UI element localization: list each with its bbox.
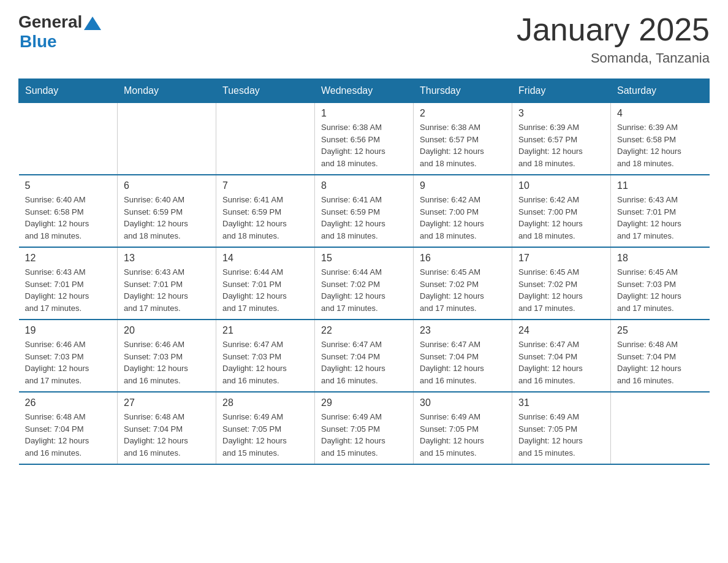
- calendar-cell: 20Sunrise: 6:46 AMSunset: 7:03 PMDayligh…: [118, 320, 216, 392]
- day-number: 14: [222, 253, 308, 264]
- day-number: 16: [420, 253, 506, 264]
- day-number: 28: [222, 397, 308, 408]
- logo-general-text: General: [18, 12, 82, 32]
- day-info: Sunrise: 6:40 AMSunset: 6:59 PMDaylight:…: [124, 194, 210, 242]
- day-info: Sunrise: 6:47 AMSunset: 7:04 PMDaylight:…: [420, 339, 506, 386]
- logo: General Blue: [18, 12, 101, 52]
- day-info: Sunrise: 6:43 AMSunset: 7:01 PMDaylight:…: [124, 266, 210, 314]
- day-header-wednesday: Wednesday: [315, 79, 414, 103]
- day-info: Sunrise: 6:41 AMSunset: 6:59 PMDaylight:…: [222, 194, 308, 242]
- day-number: 9: [420, 180, 506, 191]
- day-info: Sunrise: 6:48 AMSunset: 7:04 PMDaylight:…: [25, 411, 112, 459]
- calendar-week-row: 19Sunrise: 6:46 AMSunset: 7:03 PMDayligh…: [19, 320, 710, 392]
- day-header-sunday: Sunday: [19, 79, 118, 103]
- day-number: 10: [518, 180, 604, 191]
- day-info: Sunrise: 6:49 AMSunset: 7:05 PMDaylight:…: [321, 411, 407, 459]
- calendar-week-row: 5Sunrise: 6:40 AMSunset: 6:58 PMDaylight…: [19, 175, 710, 247]
- day-number: 23: [420, 325, 506, 336]
- day-info: Sunrise: 6:38 AMSunset: 6:57 PMDaylight:…: [420, 121, 506, 169]
- day-number: 27: [124, 397, 210, 408]
- day-number: 2: [420, 108, 506, 119]
- calendar-cell: 21Sunrise: 6:47 AMSunset: 7:03 PMDayligh…: [216, 320, 315, 392]
- calendar-cell: 10Sunrise: 6:42 AMSunset: 7:00 PMDayligh…: [512, 175, 611, 247]
- calendar-cell: 8Sunrise: 6:41 AMSunset: 6:59 PMDaylight…: [315, 175, 414, 247]
- calendar-cell: 26Sunrise: 6:48 AMSunset: 7:04 PMDayligh…: [19, 392, 118, 464]
- calendar-cell: 13Sunrise: 6:43 AMSunset: 7:01 PMDayligh…: [118, 247, 216, 320]
- day-info: Sunrise: 6:41 AMSunset: 6:59 PMDaylight:…: [321, 194, 407, 242]
- calendar-cell: 19Sunrise: 6:46 AMSunset: 7:03 PMDayligh…: [19, 320, 118, 392]
- day-info: Sunrise: 6:48 AMSunset: 7:04 PMDaylight:…: [617, 339, 703, 386]
- day-info: Sunrise: 6:38 AMSunset: 6:56 PMDaylight:…: [321, 121, 407, 169]
- calendar-week-row: 26Sunrise: 6:48 AMSunset: 7:04 PMDayligh…: [19, 392, 710, 464]
- day-number: 11: [617, 180, 703, 191]
- calendar-cell: 7Sunrise: 6:41 AMSunset: 6:59 PMDaylight…: [216, 175, 315, 247]
- day-number: 5: [25, 180, 112, 191]
- calendar-table: SundayMondayTuesdayWednesdayThursdayFrid…: [18, 79, 710, 465]
- calendar-cell: 4Sunrise: 6:39 AMSunset: 6:58 PMDaylight…: [611, 103, 710, 175]
- day-info: Sunrise: 6:39 AMSunset: 6:58 PMDaylight:…: [617, 121, 703, 169]
- calendar-cell: 14Sunrise: 6:44 AMSunset: 7:01 PMDayligh…: [216, 247, 315, 320]
- day-info: Sunrise: 6:47 AMSunset: 7:04 PMDaylight:…: [518, 339, 604, 386]
- day-info: Sunrise: 6:43 AMSunset: 7:01 PMDaylight:…: [617, 194, 703, 242]
- day-number: 3: [518, 108, 604, 119]
- calendar-cell: 3Sunrise: 6:39 AMSunset: 6:57 PMDaylight…: [512, 103, 611, 175]
- day-header-thursday: Thursday: [414, 79, 512, 103]
- page-title: January 2025: [517, 12, 710, 47]
- day-header-tuesday: Tuesday: [216, 79, 315, 103]
- calendar-cell: 18Sunrise: 6:45 AMSunset: 7:03 PMDayligh…: [611, 247, 710, 320]
- calendar-cell: 5Sunrise: 6:40 AMSunset: 6:58 PMDaylight…: [19, 175, 118, 247]
- calendar-week-row: 12Sunrise: 6:43 AMSunset: 7:01 PMDayligh…: [19, 247, 710, 320]
- day-info: Sunrise: 6:49 AMSunset: 7:05 PMDaylight:…: [518, 411, 604, 459]
- day-number: 26: [25, 397, 112, 408]
- day-number: 29: [321, 397, 407, 408]
- day-info: Sunrise: 6:43 AMSunset: 7:01 PMDaylight:…: [25, 266, 112, 314]
- day-info: Sunrise: 6:45 AMSunset: 7:03 PMDaylight:…: [617, 266, 703, 314]
- day-number: 18: [617, 253, 703, 264]
- day-info: Sunrise: 6:42 AMSunset: 7:00 PMDaylight:…: [420, 194, 506, 242]
- day-info: Sunrise: 6:46 AMSunset: 7:03 PMDaylight:…: [25, 339, 112, 386]
- day-number: 4: [617, 108, 703, 119]
- day-number: 1: [321, 108, 407, 119]
- day-number: 19: [25, 325, 112, 336]
- calendar-cell: 17Sunrise: 6:45 AMSunset: 7:02 PMDayligh…: [512, 247, 611, 320]
- day-number: 25: [617, 325, 703, 336]
- calendar-cell: 11Sunrise: 6:43 AMSunset: 7:01 PMDayligh…: [611, 175, 710, 247]
- calendar-cell: 15Sunrise: 6:44 AMSunset: 7:02 PMDayligh…: [315, 247, 414, 320]
- calendar-cell: 2Sunrise: 6:38 AMSunset: 6:57 PMDaylight…: [414, 103, 512, 175]
- calendar-cell: 30Sunrise: 6:49 AMSunset: 7:05 PMDayligh…: [414, 392, 512, 464]
- calendar-cell: 24Sunrise: 6:47 AMSunset: 7:04 PMDayligh…: [512, 320, 611, 392]
- day-info: Sunrise: 6:48 AMSunset: 7:04 PMDaylight:…: [124, 411, 210, 459]
- day-info: Sunrise: 6:44 AMSunset: 7:02 PMDaylight:…: [321, 266, 407, 314]
- day-number: 12: [25, 253, 112, 264]
- day-number: 17: [518, 253, 604, 264]
- day-number: 8: [321, 180, 407, 191]
- day-header-friday: Friday: [512, 79, 611, 103]
- day-number: 21: [222, 325, 308, 336]
- calendar-cell: 16Sunrise: 6:45 AMSunset: 7:02 PMDayligh…: [414, 247, 512, 320]
- calendar-cell: 6Sunrise: 6:40 AMSunset: 6:59 PMDaylight…: [118, 175, 216, 247]
- day-number: 7: [222, 180, 308, 191]
- logo-blue-text: Blue: [20, 32, 57, 52]
- calendar-cell: [216, 103, 315, 175]
- day-header-monday: Monday: [118, 79, 216, 103]
- day-number: 15: [321, 253, 407, 264]
- calendar-cell: 31Sunrise: 6:49 AMSunset: 7:05 PMDayligh…: [512, 392, 611, 464]
- day-info: Sunrise: 6:44 AMSunset: 7:01 PMDaylight:…: [222, 266, 308, 314]
- calendar-header-row: SundayMondayTuesdayWednesdayThursdayFrid…: [19, 79, 710, 103]
- calendar-cell: [611, 392, 710, 464]
- title-block: January 2025 Somanda, Tanzania: [517, 12, 710, 66]
- day-header-saturday: Saturday: [611, 79, 710, 103]
- day-number: 13: [124, 253, 210, 264]
- day-number: 6: [124, 180, 210, 191]
- calendar-week-row: 1Sunrise: 6:38 AMSunset: 6:56 PMDaylight…: [19, 103, 710, 175]
- calendar-cell: 9Sunrise: 6:42 AMSunset: 7:00 PMDaylight…: [414, 175, 512, 247]
- page-header: General Blue January 2025 Somanda, Tanza…: [18, 12, 710, 66]
- day-info: Sunrise: 6:42 AMSunset: 7:00 PMDaylight:…: [518, 194, 604, 242]
- calendar-cell: 27Sunrise: 6:48 AMSunset: 7:04 PMDayligh…: [118, 392, 216, 464]
- day-info: Sunrise: 6:39 AMSunset: 6:57 PMDaylight:…: [518, 121, 604, 169]
- calendar-cell: 25Sunrise: 6:48 AMSunset: 7:04 PMDayligh…: [611, 320, 710, 392]
- day-number: 22: [321, 325, 407, 336]
- day-info: Sunrise: 6:47 AMSunset: 7:04 PMDaylight:…: [321, 339, 407, 386]
- calendar-cell: 29Sunrise: 6:49 AMSunset: 7:05 PMDayligh…: [315, 392, 414, 464]
- calendar-cell: 22Sunrise: 6:47 AMSunset: 7:04 PMDayligh…: [315, 320, 414, 392]
